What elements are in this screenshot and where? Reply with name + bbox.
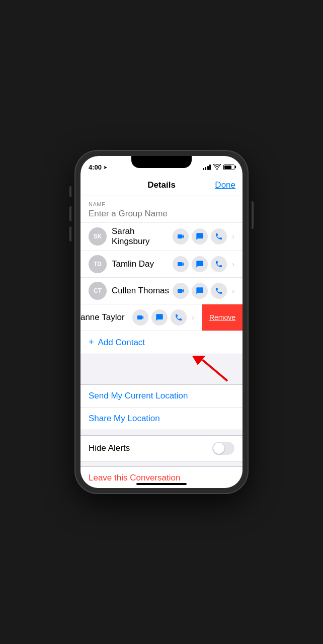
contact-actions-sarah: › [173, 228, 234, 245]
avatar-cullen: CT [89, 282, 107, 300]
alerts-section: Hide Alerts [80, 435, 243, 461]
hide-alerts-toggle[interactable] [212, 442, 234, 455]
contact-name-tamlin: Tamlin Day [112, 259, 173, 269]
avatar-sarah: SK [89, 227, 107, 246]
add-icon: + [89, 337, 94, 348]
group-name-input[interactable] [89, 209, 234, 219]
phone-button-sarah[interactable] [211, 228, 227, 245]
location-section: Send My Current Location Share My Locati… [80, 384, 243, 430]
contact-row-tamlin[interactable]: TD Tamlin Day › [80, 251, 243, 278]
notch [131, 156, 192, 168]
contact-actions-jeanne: › [132, 309, 194, 326]
name-label: NAME [89, 201, 234, 207]
remove-button[interactable]: Remove [202, 304, 243, 331]
contact-row-sarah[interactable]: SK Sarah Kingsbury › [80, 222, 243, 251]
message-button-sarah[interactable] [192, 228, 208, 245]
screen-content: Details Done NAME SK Sarah Kingsbury [80, 174, 243, 488]
contact-name-cullen: Cullen Thomas [112, 286, 173, 296]
wifi-icon [213, 164, 221, 171]
message-button-tamlin[interactable] [192, 256, 208, 272]
gap-after-location [80, 430, 243, 435]
phone-screen: 4:00 ➤ [80, 156, 243, 488]
gap-after-alerts [80, 461, 243, 466]
arrow-section [80, 354, 243, 384]
battery-icon [223, 165, 234, 170]
phone-button-cullen[interactable] [211, 283, 227, 299]
mute-button[interactable] [69, 186, 71, 197]
message-button-jeanne[interactable] [151, 309, 168, 326]
volume-down-button[interactable] [69, 226, 71, 242]
annotation-arrow [192, 356, 232, 383]
toggle-thumb [213, 443, 224, 454]
chevron-sarah: › [232, 232, 234, 240]
svg-line-1 [202, 360, 227, 381]
hide-alerts-label: Hide Alerts [89, 443, 130, 453]
contact-actions-cullen: › [173, 283, 234, 299]
add-contact-label: Add Contact [98, 338, 145, 348]
send-location-row[interactable]: Send My Current Location [80, 385, 243, 408]
video-call-button-tamlin[interactable] [173, 256, 189, 272]
phone-button-jeanne[interactable] [171, 309, 187, 326]
video-call-button-sarah[interactable] [173, 228, 189, 245]
contact-row-cullen[interactable]: CT Cullen Thomas › [80, 278, 243, 304]
avatar-tamlin: TD [89, 255, 107, 273]
volume-up-button[interactable] [69, 206, 71, 221]
chevron-cullen: › [232, 287, 234, 295]
share-location-row[interactable]: Share My Location [80, 408, 243, 430]
remove-label: Remove [209, 313, 235, 321]
status-time: 4:00 [89, 164, 102, 171]
details-title: Details [147, 180, 176, 190]
contact-actions-tamlin: › [173, 256, 234, 272]
status-icons [203, 164, 235, 171]
done-button[interactable]: Done [215, 180, 235, 190]
video-call-button-cullen[interactable] [173, 283, 189, 299]
home-indicator[interactable] [136, 483, 187, 485]
phone-frame: 4:00 ➤ [75, 151, 248, 493]
details-header: Details Done [80, 174, 243, 196]
hide-alerts-row: Hide Alerts [80, 436, 243, 461]
name-section: NAME [80, 196, 243, 222]
location-icon: ➤ [103, 165, 107, 170]
message-button-cullen[interactable] [192, 283, 208, 299]
power-button[interactable] [252, 201, 254, 229]
chevron-jeanne: › [192, 313, 194, 321]
contact-list: SK Sarah Kingsbury › [80, 222, 243, 331]
chevron-tamlin: › [232, 260, 234, 268]
video-call-button-jeanne[interactable] [132, 309, 148, 326]
contact-row-jeanne[interactable]: JT Jeanne Taylor › [80, 304, 243, 331]
add-contact-row[interactable]: + Add Contact [80, 331, 243, 354]
signal-icon [203, 165, 211, 170]
contact-name-jeanne: Jeanne Taylor [80, 312, 132, 323]
contact-name-sarah: Sarah Kingsbury [112, 226, 173, 247]
jeanne-row-content: JT Jeanne Taylor › [80, 304, 202, 331]
phone-button-tamlin[interactable] [211, 256, 227, 272]
